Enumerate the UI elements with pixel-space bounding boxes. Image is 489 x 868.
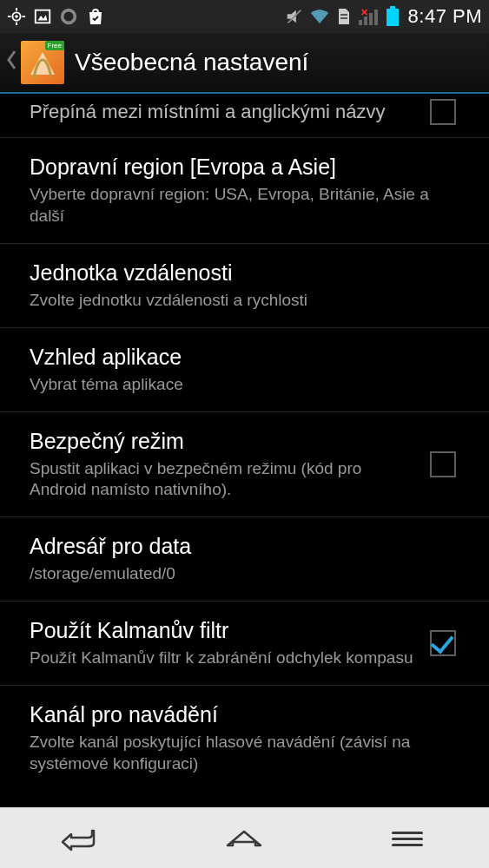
setting-subtitle: Zvolte jednotku vzdálenosti a rychlosti (30, 290, 459, 312)
mute-icon (285, 7, 304, 26)
nav-bar (0, 807, 489, 868)
setting-title: Dopravní region [Evropa a Asie] (30, 154, 459, 181)
setting-title: Bezpečný režim (30, 428, 418, 455)
setting-kalman-filter[interactable]: Použít Kalmanův filtr Použít Kalmanův fi… (0, 602, 489, 686)
svg-rect-15 (369, 13, 373, 25)
setting-title: Použít Kalmanův filtr (30, 617, 418, 644)
setting-local-english-names[interactable]: Přepíná mezi místními a anglickými názvy (0, 94, 489, 138)
settings-list: Přepíná mezi místními a anglickými názvy… (0, 94, 489, 807)
wifi-icon (309, 8, 330, 25)
nav-back-button[interactable] (56, 823, 108, 854)
clock-text: 8:47 PM (408, 5, 482, 28)
svg-rect-23 (392, 844, 423, 846)
nav-menu-button[interactable] (381, 823, 433, 854)
app-header: Free Všeobecná nastavení (0, 33, 489, 94)
setting-traffic-region[interactable]: Dopravní region [Evropa a Asie] Vyberte … (0, 138, 489, 244)
setting-data-dir[interactable]: Adresář pro data /storage/emulated/0 (0, 517, 489, 602)
svg-rect-19 (387, 9, 399, 26)
checkbox-unchecked[interactable] (430, 451, 456, 477)
svg-rect-12 (340, 17, 347, 19)
setting-title: Adresář pro data (30, 533, 459, 560)
checkbox-checked[interactable] (430, 630, 456, 656)
svg-rect-14 (364, 16, 367, 25)
setting-voice-channel[interactable]: Kanál pro navádění Zvolte kanál poskytuj… (0, 686, 489, 791)
setting-title: Vzhled aplikace (30, 344, 459, 371)
setting-app-theme[interactable]: Vzhled aplikace Vybrat téma aplikace (0, 328, 489, 412)
setting-distance-unit[interactable]: Jednotka vzdálenosti Zvolte jednotku vzd… (0, 244, 489, 328)
setting-subtitle: /storage/emulated/0 (30, 563, 459, 585)
setting-subtitle: Použít Kalmanův filtr k zabránění odchyl… (30, 648, 418, 669)
svg-point-1 (15, 15, 18, 18)
checkbox-unchecked[interactable] (430, 99, 456, 125)
svg-rect-18 (390, 6, 395, 9)
back-icon[interactable] (5, 48, 17, 78)
app-icon[interactable]: Free (21, 41, 64, 84)
signal-icon: ✕ (358, 7, 380, 26)
setting-title: Kanál pro navádění (30, 701, 459, 728)
svg-rect-6 (36, 10, 50, 23)
setting-title: Přepíná mezi místními a anglickými názvy (30, 100, 418, 124)
setting-subtitle: Vyberte dopravní region: USA, Evropa, Br… (30, 184, 459, 227)
svg-text:✕: ✕ (360, 7, 368, 17)
svg-rect-22 (392, 838, 423, 840)
svg-point-8 (63, 10, 76, 23)
shop-icon (85, 6, 106, 27)
svg-rect-21 (392, 832, 423, 834)
svg-marker-7 (38, 15, 48, 20)
page-title: Všeobecná nastavení (75, 49, 308, 76)
setting-title: Jednotka vzdálenosti (30, 260, 459, 286)
setting-subtitle: Vybrat téma aplikace (30, 374, 459, 396)
setting-safe-mode[interactable]: Bezpečný režim Spustit aplikaci v bezpeč… (0, 412, 489, 518)
svg-rect-16 (374, 10, 378, 25)
free-badge: Free (45, 41, 64, 50)
svg-rect-11 (340, 14, 347, 16)
gps-icon (7, 7, 26, 26)
sim-icon (335, 7, 353, 26)
nav-home-button[interactable] (218, 823, 270, 854)
svg-rect-13 (359, 20, 362, 25)
setting-subtitle: Spustit aplikaci v bezpečném režimu (kód… (30, 458, 418, 501)
circle-icon (59, 7, 78, 26)
status-bar: ✕ 8:47 PM (0, 0, 489, 33)
setting-subtitle: Zvolte kanál poskytující hlasové naváděn… (30, 732, 459, 774)
picture-icon (33, 7, 52, 26)
battery-icon (386, 6, 400, 27)
